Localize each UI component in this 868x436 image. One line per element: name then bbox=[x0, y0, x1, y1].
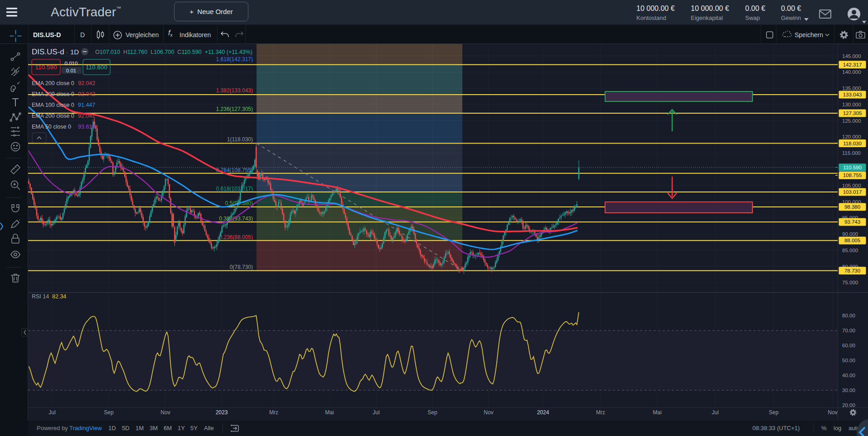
svg-text:EMA 100 close 0: EMA 100 close 0 bbox=[32, 102, 74, 108]
svg-text:EMA 200 close 0: EMA 200 close 0 bbox=[32, 80, 74, 86]
svg-text:125.000: 125.000 bbox=[842, 118, 861, 124]
svg-text:1.382(133.043): 1.382(133.043) bbox=[216, 87, 253, 94]
svg-text:108.755: 108.755 bbox=[843, 172, 862, 178]
svg-text:Mrz: Mrz bbox=[596, 409, 605, 416]
svg-text:110.590: 110.590 bbox=[843, 165, 862, 170]
svg-text:118.030: 118.030 bbox=[843, 141, 862, 146]
svg-text:Mai: Mai bbox=[653, 409, 661, 416]
svg-text:0.236(88.005): 0.236(88.005) bbox=[219, 234, 253, 240]
svg-text:EMA 50 close 0: EMA 50 close 0 bbox=[32, 124, 71, 130]
svg-text:115.000: 115.000 bbox=[842, 150, 861, 156]
svg-text:0.010: 0.010 bbox=[65, 61, 78, 66]
svg-text:110.600: 110.600 bbox=[86, 64, 107, 71]
svg-text:92.042: 92.042 bbox=[78, 80, 95, 86]
svg-text:70.00: 70.00 bbox=[842, 328, 855, 333]
svg-text:1.618(142.317): 1.618(142.317) bbox=[216, 56, 253, 62]
svg-text:85.000: 85.000 bbox=[842, 248, 858, 253]
svg-text:Nov: Nov bbox=[160, 409, 170, 416]
svg-text:0(78.730): 0(78.730) bbox=[230, 264, 253, 270]
svg-text:30.00: 30.00 bbox=[842, 388, 855, 393]
svg-text:145.000: 145.000 bbox=[842, 53, 861, 59]
svg-text:0.382(93.743): 0.382(93.743) bbox=[219, 216, 253, 222]
svg-text:92.042: 92.042 bbox=[78, 113, 95, 119]
svg-text:Sep: Sep bbox=[769, 409, 779, 416]
svg-text:93.619: 93.619 bbox=[78, 124, 95, 130]
svg-text:133.043: 133.043 bbox=[843, 92, 862, 97]
svg-text:Mrz: Mrz bbox=[269, 409, 278, 416]
svg-text:80.00: 80.00 bbox=[842, 313, 855, 318]
svg-text:Nov: Nov bbox=[484, 409, 493, 416]
svg-text:40.00: 40.00 bbox=[842, 373, 855, 378]
svg-text:20.00: 20.00 bbox=[842, 402, 855, 408]
svg-text:Jul: Jul bbox=[373, 409, 379, 416]
svg-text:135.000: 135.000 bbox=[842, 86, 861, 91]
svg-text:DIS.US-d: DIS.US-d bbox=[32, 48, 64, 56]
svg-text:110.590: 110.590 bbox=[35, 64, 57, 71]
svg-text:140.000: 140.000 bbox=[842, 69, 861, 75]
svg-text:82.34: 82.34 bbox=[52, 293, 66, 300]
svg-text:1.236(127.305): 1.236(127.305) bbox=[216, 106, 253, 112]
svg-text:142.317: 142.317 bbox=[843, 62, 862, 67]
svg-text:1D: 1D bbox=[70, 48, 79, 56]
svg-text:0.618(103.017): 0.618(103.017) bbox=[216, 186, 253, 192]
svg-text:50.00: 50.00 bbox=[842, 358, 855, 363]
svg-text:EMA 200 close 0: EMA 200 close 0 bbox=[32, 91, 74, 97]
svg-text:91.447: 91.447 bbox=[78, 102, 95, 108]
svg-text:1(118.030): 1(118.030) bbox=[227, 136, 253, 143]
svg-text:O107.010H112.760L106.700C110.5: O107.010H112.760L106.700C110.590+11.340 … bbox=[95, 49, 252, 55]
svg-text:·: · bbox=[66, 49, 68, 56]
svg-text:92.042: 92.042 bbox=[78, 91, 95, 97]
svg-text:2024: 2024 bbox=[537, 409, 549, 416]
svg-text:Mai: Mai bbox=[325, 409, 334, 416]
svg-text:Nov: Nov bbox=[828, 409, 837, 416]
svg-text:127.305: 127.305 bbox=[843, 110, 862, 116]
svg-text:88.005: 88.005 bbox=[844, 238, 860, 243]
svg-text:90.000: 90.000 bbox=[842, 231, 858, 237]
svg-text:0.01: 0.01 bbox=[66, 68, 76, 73]
svg-text:EMA 200 close 0: EMA 200 close 0 bbox=[32, 113, 74, 119]
svg-text:120.000: 120.000 bbox=[842, 134, 861, 139]
svg-text:78.730: 78.730 bbox=[844, 268, 860, 273]
svg-text:60.00: 60.00 bbox=[842, 343, 855, 348]
svg-text:75.000: 75.000 bbox=[842, 280, 858, 285]
svg-text:103.017: 103.017 bbox=[843, 189, 862, 195]
svg-text:Jul: Jul bbox=[48, 409, 55, 416]
svg-text:98.380: 98.380 bbox=[844, 204, 860, 210]
svg-text:130.000: 130.000 bbox=[842, 102, 861, 107]
svg-text:Jul: Jul bbox=[712, 409, 718, 416]
svg-text:Sep: Sep bbox=[427, 409, 437, 416]
svg-text:RSI 14: RSI 14 bbox=[32, 293, 49, 300]
svg-text:Sep: Sep bbox=[104, 409, 114, 416]
svg-text:105.000: 105.000 bbox=[842, 183, 861, 188]
svg-text:2023: 2023 bbox=[216, 409, 228, 416]
svg-text:93.743: 93.743 bbox=[844, 219, 860, 225]
